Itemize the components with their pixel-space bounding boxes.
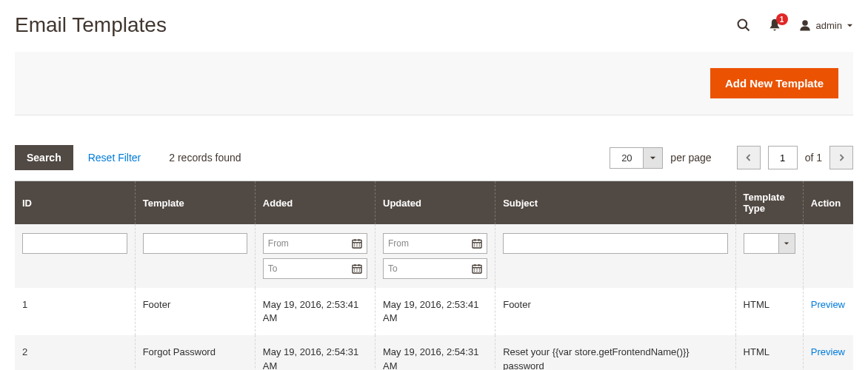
notifications-icon[interactable]: 1: [767, 18, 782, 33]
search-button[interactable]: Search: [15, 145, 73, 170]
user-name: admin: [816, 20, 842, 31]
col-header-action: Action: [803, 181, 853, 225]
svg-rect-21: [356, 271, 357, 272]
cell-subject: Reset your {{var store.getFrontendName()…: [495, 335, 735, 370]
calendar-icon[interactable]: [347, 259, 367, 278]
page-header: Email Templates 1 admin: [15, 0, 853, 52]
svg-rect-8: [356, 243, 357, 244]
cell-updated: May 19, 2016, 2:53:41 AM: [375, 288, 495, 335]
filter-id-input[interactable]: [22, 233, 127, 254]
per-page-value: 20: [610, 148, 643, 168]
page-of-label: of 1: [805, 152, 822, 164]
svg-rect-7: [354, 243, 355, 244]
svg-rect-17: [354, 269, 355, 269]
svg-point-0: [738, 20, 747, 29]
add-template-button[interactable]: Add New Template: [710, 68, 838, 98]
grid-toolbar: Search Reset Filter 2 records found 20 p…: [15, 115, 853, 181]
preview-link[interactable]: Preview: [811, 346, 845, 357]
svg-line-1: [745, 27, 749, 31]
svg-rect-19: [359, 269, 360, 269]
col-header-template[interactable]: Template: [135, 181, 255, 225]
chevron-down-icon: [847, 22, 853, 29]
svg-rect-11: [356, 246, 357, 246]
filter-subject-input[interactable]: [503, 233, 727, 254]
cell-added: May 19, 2016, 2:53:41 AM: [255, 288, 375, 335]
svg-rect-22: [359, 271, 360, 272]
svg-rect-32: [479, 246, 480, 246]
next-page-button[interactable]: [829, 146, 853, 169]
per-page-select[interactable]: 20: [610, 147, 663, 169]
action-bar: Add New Template: [15, 52, 853, 115]
cell-subject: Footer: [495, 288, 735, 335]
svg-rect-20: [354, 271, 355, 272]
filter-row: [15, 224, 853, 288]
filter-template-input[interactable]: [143, 233, 247, 254]
calendar-icon[interactable]: [347, 234, 367, 253]
col-header-subject[interactable]: Subject: [495, 181, 735, 225]
cell-added: May 19, 2016, 2:54:31 AM: [255, 335, 375, 370]
filter-type-select[interactable]: [744, 233, 795, 254]
per-page-dropdown-icon: [643, 148, 662, 168]
page-title: Email Templates: [15, 13, 736, 37]
cell-id: 1: [15, 288, 135, 335]
svg-rect-39: [479, 269, 480, 269]
cell-type: HTML: [735, 335, 803, 370]
notifications-badge: 1: [776, 13, 788, 25]
svg-rect-31: [477, 246, 478, 246]
calendar-icon[interactable]: [467, 234, 487, 253]
preview-link[interactable]: Preview: [811, 299, 845, 310]
svg-rect-9: [359, 243, 360, 244]
svg-rect-27: [474, 243, 475, 244]
table-row[interactable]: 1 Footer May 19, 2016, 2:53:41 AM May 19…: [15, 288, 853, 335]
svg-rect-37: [474, 269, 475, 269]
user-icon: [798, 18, 812, 32]
templates-table: ID Template Added Updated Subject Templa…: [15, 181, 853, 370]
search-icon[interactable]: [736, 18, 751, 33]
cell-updated: May 19, 2016, 2:54:31 AM: [375, 335, 495, 370]
svg-rect-10: [354, 246, 355, 246]
svg-point-2: [802, 20, 808, 26]
prev-page-button[interactable]: [737, 146, 761, 169]
svg-rect-12: [359, 246, 360, 246]
per-page-label: per page: [670, 152, 711, 164]
reset-filter-link[interactable]: Reset Filter: [88, 152, 141, 164]
svg-rect-29: [479, 243, 480, 244]
chevron-down-icon: [778, 234, 795, 253]
col-header-updated[interactable]: Updated: [375, 181, 495, 225]
svg-rect-42: [479, 271, 480, 272]
cell-id: 2: [15, 335, 135, 370]
svg-rect-41: [477, 271, 478, 272]
svg-rect-18: [356, 269, 357, 269]
records-count: 2 records found: [169, 152, 241, 164]
cell-template: Footer: [135, 288, 255, 335]
cell-template: Forgot Password: [135, 335, 255, 370]
svg-rect-40: [474, 271, 475, 272]
svg-rect-28: [477, 243, 478, 244]
col-header-id[interactable]: ID: [15, 181, 135, 225]
page-number-input[interactable]: [768, 146, 798, 169]
table-row[interactable]: 2 Forgot Password May 19, 2016, 2:54:31 …: [15, 335, 853, 370]
cell-type: HTML: [735, 288, 803, 335]
calendar-icon[interactable]: [467, 259, 487, 278]
col-header-type[interactable]: Template Type: [735, 181, 803, 225]
svg-rect-30: [474, 246, 475, 246]
user-menu[interactable]: admin: [798, 18, 853, 32]
svg-rect-38: [477, 269, 478, 269]
col-header-added[interactable]: Added: [255, 181, 375, 225]
